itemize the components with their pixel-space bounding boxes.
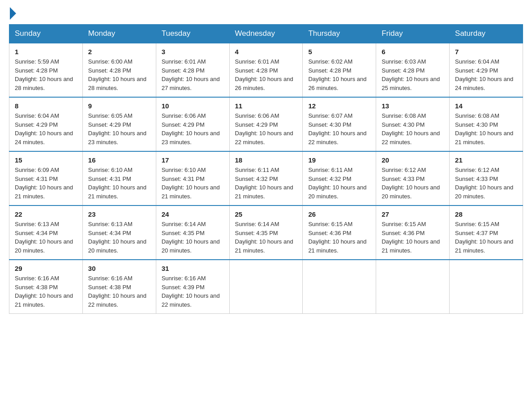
day-info: Sunrise: 6:11 AM Sunset: 4:32 PM Dayligh…: [308, 166, 370, 201]
calendar-day-cell: 18 Sunrise: 6:11 AM Sunset: 4:32 PM Dayl…: [229, 151, 303, 206]
calendar-day-cell: 28 Sunrise: 6:15 AM Sunset: 4:37 PM Dayl…: [450, 206, 523, 260]
day-number: 28: [455, 210, 517, 218]
calendar-day-cell: 26 Sunrise: 6:15 AM Sunset: 4:36 PM Dayl…: [303, 206, 376, 260]
calendar-day-cell: 15 Sunrise: 6:09 AM Sunset: 4:31 PM Dayl…: [9, 151, 83, 206]
day-number: 20: [382, 156, 444, 164]
calendar-day-cell: 27 Sunrise: 6:15 AM Sunset: 4:36 PM Dayl…: [376, 206, 450, 260]
weekday-header-friday: Friday: [376, 25, 450, 43]
weekday-header-tuesday: Tuesday: [156, 25, 229, 43]
day-number: 15: [15, 156, 77, 164]
day-number: 27: [382, 210, 444, 218]
day-info: Sunrise: 6:15 AM Sunset: 4:36 PM Dayligh…: [308, 220, 370, 255]
calendar-week-4: 22 Sunrise: 6:13 AM Sunset: 4:34 PM Dayl…: [9, 206, 523, 260]
weekday-header-wednesday: Wednesday: [229, 25, 303, 43]
day-number: 25: [235, 210, 297, 218]
day-number: 19: [308, 156, 370, 164]
calendar-day-cell: 6 Sunrise: 6:03 AM Sunset: 4:28 PM Dayli…: [376, 43, 450, 97]
calendar-day-cell: 23 Sunrise: 6:13 AM Sunset: 4:34 PM Dayl…: [82, 206, 156, 260]
calendar-day-cell: 29 Sunrise: 6:16 AM Sunset: 4:38 PM Dayl…: [9, 260, 83, 314]
day-number: 1: [15, 48, 77, 56]
calendar-day-cell: 5 Sunrise: 6:02 AM Sunset: 4:28 PM Dayli…: [303, 43, 376, 97]
calendar-day-cell: 8 Sunrise: 6:04 AM Sunset: 4:29 PM Dayli…: [9, 97, 83, 151]
day-info: Sunrise: 6:07 AM Sunset: 4:30 PM Dayligh…: [308, 111, 370, 146]
day-number: 7: [455, 48, 517, 56]
day-info: Sunrise: 6:09 AM Sunset: 4:31 PM Dayligh…: [15, 166, 77, 201]
day-info: Sunrise: 6:11 AM Sunset: 4:32 PM Dayligh…: [235, 166, 297, 201]
day-info: Sunrise: 6:06 AM Sunset: 4:29 PM Dayligh…: [162, 111, 224, 146]
calendar-week-1: 1 Sunrise: 5:59 AM Sunset: 4:28 PM Dayli…: [9, 43, 523, 97]
calendar-day-cell: 24 Sunrise: 6:14 AM Sunset: 4:35 PM Dayl…: [156, 206, 229, 260]
day-info: Sunrise: 6:01 AM Sunset: 4:28 PM Dayligh…: [162, 57, 224, 92]
day-info: Sunrise: 6:06 AM Sunset: 4:29 PM Dayligh…: [235, 111, 297, 146]
day-info: Sunrise: 6:13 AM Sunset: 4:34 PM Dayligh…: [15, 220, 77, 255]
day-number: 29: [15, 265, 77, 272]
day-info: Sunrise: 6:14 AM Sunset: 4:35 PM Dayligh…: [162, 220, 224, 255]
calendar-week-5: 29 Sunrise: 6:16 AM Sunset: 4:38 PM Dayl…: [9, 260, 523, 314]
calendar-day-cell: [450, 260, 523, 314]
day-number: 23: [88, 210, 150, 218]
day-number: 4: [235, 48, 297, 56]
day-info: Sunrise: 6:04 AM Sunset: 4:29 PM Dayligh…: [455, 57, 517, 92]
calendar-day-cell: 9 Sunrise: 6:05 AM Sunset: 4:29 PM Dayli…: [82, 97, 156, 151]
day-number: 17: [162, 156, 224, 164]
calendar-day-cell: 3 Sunrise: 6:01 AM Sunset: 4:28 PM Dayli…: [156, 43, 229, 97]
calendar-day-cell: 21 Sunrise: 6:12 AM Sunset: 4:33 PM Dayl…: [450, 151, 523, 206]
day-info: Sunrise: 6:03 AM Sunset: 4:28 PM Dayligh…: [382, 57, 444, 92]
weekday-header-saturday: Saturday: [450, 25, 523, 43]
calendar-day-cell: [229, 260, 303, 314]
day-number: 26: [308, 210, 370, 218]
day-number: 22: [15, 210, 77, 218]
calendar-day-cell: 10 Sunrise: 6:06 AM Sunset: 4:29 PM Dayl…: [156, 97, 229, 151]
calendar-day-cell: 17 Sunrise: 6:10 AM Sunset: 4:31 PM Dayl…: [156, 151, 229, 206]
calendar-day-cell: 2 Sunrise: 6:00 AM Sunset: 4:28 PM Dayli…: [82, 43, 156, 97]
logo: [9, 9, 16, 20]
calendar-day-cell: 11 Sunrise: 6:06 AM Sunset: 4:29 PM Dayl…: [229, 97, 303, 151]
day-number: 11: [235, 102, 297, 110]
calendar-day-cell: 13 Sunrise: 6:08 AM Sunset: 4:30 PM Dayl…: [376, 97, 450, 151]
calendar-day-cell: 25 Sunrise: 6:14 AM Sunset: 4:35 PM Dayl…: [229, 206, 303, 260]
day-number: 18: [235, 156, 297, 164]
day-info: Sunrise: 6:15 AM Sunset: 4:36 PM Dayligh…: [382, 220, 444, 255]
calendar-day-cell: 31 Sunrise: 6:16 AM Sunset: 4:39 PM Dayl…: [156, 260, 229, 314]
weekday-header-row: SundayMondayTuesdayWednesdayThursdayFrid…: [9, 25, 523, 43]
calendar-day-cell: 30 Sunrise: 6:16 AM Sunset: 4:38 PM Dayl…: [82, 260, 156, 314]
calendar-day-cell: [376, 260, 450, 314]
day-info: Sunrise: 6:12 AM Sunset: 4:33 PM Dayligh…: [382, 166, 444, 201]
day-info: Sunrise: 6:05 AM Sunset: 4:29 PM Dayligh…: [88, 111, 150, 146]
weekday-header-sunday: Sunday: [9, 25, 83, 43]
day-info: Sunrise: 6:15 AM Sunset: 4:37 PM Dayligh…: [455, 220, 517, 255]
calendar-table: SundayMondayTuesdayWednesdayThursdayFrid…: [9, 24, 523, 314]
day-number: 3: [162, 48, 224, 56]
day-info: Sunrise: 6:16 AM Sunset: 4:39 PM Dayligh…: [162, 274, 224, 309]
day-number: 13: [382, 102, 444, 110]
day-info: Sunrise: 6:08 AM Sunset: 4:30 PM Dayligh…: [382, 111, 444, 146]
day-info: Sunrise: 6:14 AM Sunset: 4:35 PM Dayligh…: [235, 220, 297, 255]
day-info: Sunrise: 6:10 AM Sunset: 4:31 PM Dayligh…: [162, 166, 224, 201]
weekday-header-monday: Monday: [82, 25, 156, 43]
day-number: 12: [308, 102, 370, 110]
weekday-header-thursday: Thursday: [303, 25, 376, 43]
day-info: Sunrise: 6:00 AM Sunset: 4:28 PM Dayligh…: [88, 57, 150, 92]
day-info: Sunrise: 6:02 AM Sunset: 4:28 PM Dayligh…: [308, 57, 370, 92]
day-number: 30: [88, 265, 150, 272]
logo-arrow-icon: [10, 7, 16, 20]
calendar-day-cell: 14 Sunrise: 6:08 AM Sunset: 4:30 PM Dayl…: [450, 97, 523, 151]
day-info: Sunrise: 5:59 AM Sunset: 4:28 PM Dayligh…: [15, 57, 77, 92]
day-number: 24: [162, 210, 224, 218]
calendar-day-cell: 16 Sunrise: 6:10 AM Sunset: 4:31 PM Dayl…: [82, 151, 156, 206]
day-info: Sunrise: 6:13 AM Sunset: 4:34 PM Dayligh…: [88, 220, 150, 255]
calendar-day-cell: 7 Sunrise: 6:04 AM Sunset: 4:29 PM Dayli…: [450, 43, 523, 97]
day-info: Sunrise: 6:08 AM Sunset: 4:30 PM Dayligh…: [455, 111, 517, 146]
day-info: Sunrise: 6:12 AM Sunset: 4:33 PM Dayligh…: [455, 166, 517, 201]
day-number: 14: [455, 102, 517, 110]
day-info: Sunrise: 6:04 AM Sunset: 4:29 PM Dayligh…: [15, 111, 77, 146]
calendar-day-cell: [303, 260, 376, 314]
day-number: 31: [162, 265, 224, 272]
day-number: 10: [162, 102, 224, 110]
day-info: Sunrise: 6:10 AM Sunset: 4:31 PM Dayligh…: [88, 166, 150, 201]
page-header: [9, 9, 523, 20]
day-info: Sunrise: 6:01 AM Sunset: 4:28 PM Dayligh…: [235, 57, 297, 92]
day-info: Sunrise: 6:16 AM Sunset: 4:38 PM Dayligh…: [88, 274, 150, 309]
day-number: 8: [15, 102, 77, 110]
calendar-day-cell: 1 Sunrise: 5:59 AM Sunset: 4:28 PM Dayli…: [9, 43, 83, 97]
